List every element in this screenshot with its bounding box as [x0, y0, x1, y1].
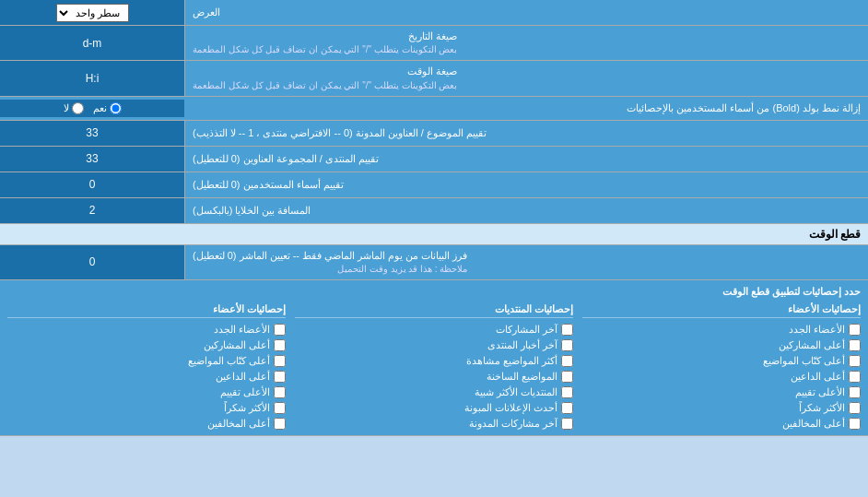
cb-col2-item7[interactable]: آخر مشاركات المدونة: [295, 418, 573, 430]
users-sort-input-cell: [0, 172, 184, 197]
time-cutoff-header: قطع الوقت: [0, 224, 868, 245]
users-sort-input[interactable]: [6, 178, 179, 191]
time-cutoff-row: فرز البيانات من يوم الماشر الماضي فقط --…: [0, 245, 868, 280]
date-format-input[interactable]: [6, 37, 179, 50]
date-format-label: صيغة التاريخ بعض التكوينات يتطلب "/" الت…: [184, 26, 868, 60]
cb-col3-item6[interactable]: الأكثر شكراً: [582, 402, 861, 414]
time-cutoff-input-cell: [0, 245, 184, 279]
cb-col3-item4[interactable]: أعلى الداعين: [582, 371, 861, 383]
col3-header: إحصائيات الأعضاء: [582, 303, 861, 318]
col1-header: إحصائيات الأعضاء: [7, 303, 286, 318]
cell-spacing-input[interactable]: [6, 204, 179, 217]
checkboxes-title: حدد إحصائيات لتطبيق قطع الوقت: [7, 286, 861, 298]
cb-col1-item3[interactable]: أعلى كتّاب المواضيع: [7, 355, 286, 367]
forum-sort-row: تقييم المنتدى / المجموعة العناوين (0 للت…: [0, 147, 868, 172]
cb-col3-item5[interactable]: الأعلى تقييم: [582, 386, 861, 398]
cb-col2-item1[interactable]: آخر المشاركات: [295, 324, 573, 336]
time-format-label: صيغة الوقت بعض التكوينات يتطلب "/" التي …: [184, 61, 868, 95]
cb-col1-item6[interactable]: الأكثر شكراً: [7, 402, 286, 414]
display-input-cell: سطر واحد: [0, 0, 184, 25]
checkboxes-grid: إحصائيات الأعضاء الأعضاء الجدد أعلى المش…: [7, 303, 861, 430]
bold-remove-label: إزالة نمط بولد (Bold) من أسماء المستخدمي…: [184, 100, 868, 117]
display-row: العرض سطر واحد: [0, 0, 868, 26]
cb-col3-item1[interactable]: الأعضاء الجدد: [582, 324, 861, 336]
checkboxes-section: حدد إحصائيات لتطبيق قطع الوقت إحصائيات ا…: [0, 280, 868, 436]
cb-col3-item7[interactable]: أعلى المخالفين: [582, 418, 861, 430]
cell-spacing-row: المسافة بين الخلايا (بالبكسل): [0, 198, 868, 224]
col2-header: إحصائيات المنتديات: [295, 303, 573, 318]
forum-sort-input-cell: [0, 147, 184, 172]
bold-yes-label[interactable]: نعم: [93, 102, 122, 114]
subject-sort-input-cell: [0, 121, 184, 146]
checkbox-col-2: إحصائيات المنتديات آخر المشاركات آخر أخب…: [295, 303, 573, 430]
date-format-input-cell: [0, 26, 184, 60]
cb-col1-item5[interactable]: الأعلى تقييم: [7, 386, 286, 398]
checkbox-col-3: إحصائيات الأعضاء الأعضاء الجدد أعلى المش…: [582, 303, 861, 430]
bold-no-radio[interactable]: [72, 102, 84, 114]
users-sort-label: تقييم أسماء المستخدمين (0 للتعطيل): [184, 172, 868, 197]
forum-sort-label: تقييم المنتدى / المجموعة العناوين (0 للت…: [184, 147, 868, 172]
checkbox-col-1: إحصائيات الأعضاء الأعضاء الجدد أعلى المش…: [7, 303, 286, 430]
time-cutoff-input[interactable]: [6, 255, 179, 268]
cb-col1-item1[interactable]: الأعضاء الجدد: [7, 324, 286, 336]
display-dropdown[interactable]: سطر واحد: [56, 4, 129, 22]
cell-spacing-label: المسافة بين الخلايا (بالبكسل): [184, 198, 868, 223]
cb-col3-item3[interactable]: أعلى كتّاب المواضيع: [582, 355, 861, 367]
date-format-row: صيغة التاريخ بعض التكوينات يتطلب "/" الت…: [0, 26, 868, 61]
bold-yes-radio[interactable]: [110, 102, 122, 114]
subject-sort-input[interactable]: [6, 126, 179, 139]
bold-remove-input-cell: نعم لا: [0, 100, 184, 117]
subject-sort-row: تقييم الموضوع / العناوين المدونة (0 -- ا…: [0, 121, 868, 147]
cb-col3-item2[interactable]: أعلى المشاركين: [582, 339, 861, 351]
cb-col1-item4[interactable]: أعلى الداعين: [7, 371, 286, 383]
time-format-input-cell: [0, 61, 184, 95]
display-label: العرض: [184, 0, 868, 25]
cb-col2-item3[interactable]: أكثر المواضيع مشاهدة: [295, 355, 573, 367]
users-sort-row: تقييم أسماء المستخدمين (0 للتعطيل): [0, 172, 868, 198]
bold-no-label[interactable]: لا: [64, 102, 84, 114]
cell-spacing-input-cell: [0, 198, 184, 223]
time-cutoff-label: فرز البيانات من يوم الماشر الماضي فقط --…: [184, 245, 868, 279]
cb-col1-item2[interactable]: أعلى المشاركين: [7, 339, 286, 351]
bold-remove-row: إزالة نمط بولد (Bold) من أسماء المستخدمي…: [0, 97, 868, 121]
cb-col2-item4[interactable]: المواضيع الساخنة: [295, 371, 573, 383]
cb-col1-item7[interactable]: أعلى المخالفين: [7, 418, 286, 430]
time-format-row: صيغة الوقت بعض التكوينات يتطلب "/" التي …: [0, 61, 868, 96]
subject-sort-label: تقييم الموضوع / العناوين المدونة (0 -- ا…: [184, 121, 868, 146]
cb-col2-item6[interactable]: أحدث الإعلانات المبونة: [295, 402, 573, 414]
forum-sort-input[interactable]: [6, 152, 179, 165]
cb-col2-item2[interactable]: آخر أخبار المنتدى: [295, 339, 573, 351]
main-container: العرض سطر واحد صيغة التاريخ بعض التكوينا…: [0, 0, 868, 436]
time-format-input[interactable]: [6, 72, 179, 85]
cb-col2-item5[interactable]: المنتديات الأكثر شبية: [295, 386, 573, 398]
